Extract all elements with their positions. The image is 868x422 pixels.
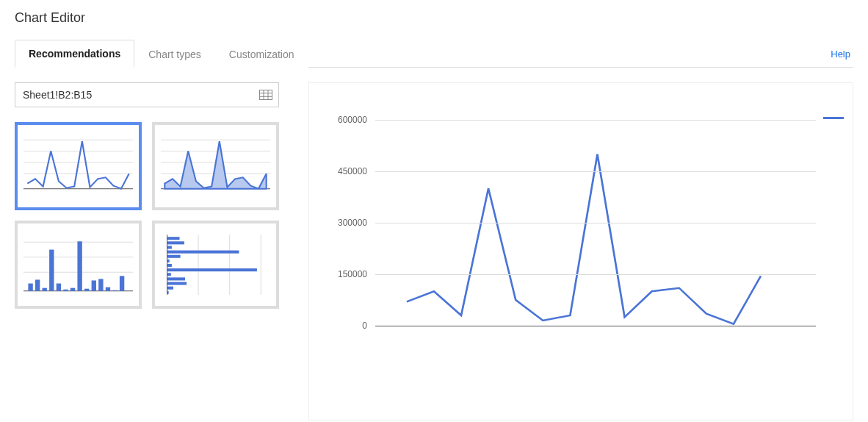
y-tick-label: 600000 — [338, 115, 367, 125]
grid-select-icon[interactable] — [259, 90, 272, 100]
page-title: Chart Editor — [15, 10, 853, 26]
chart-gridline — [375, 326, 816, 326]
y-tick-label: 300000 — [338, 218, 367, 228]
data-range-input[interactable] — [23, 89, 259, 101]
chart-thumb-line[interactable] — [15, 122, 142, 210]
svg-rect-20 — [28, 284, 32, 291]
chart-preview: 0150000300000450000600000 — [308, 82, 853, 421]
range-input-wrap[interactable] — [15, 82, 279, 107]
chart-gridline — [375, 223, 816, 223]
svg-rect-28 — [84, 289, 89, 291]
svg-rect-32 — [112, 290, 117, 291]
y-tick-label: 450000 — [338, 166, 367, 176]
chart-gridline — [375, 274, 816, 275]
svg-rect-50 — [167, 291, 169, 294]
svg-rect-22 — [43, 288, 47, 291]
svg-rect-0 — [260, 90, 272, 100]
svg-rect-27 — [77, 241, 82, 290]
svg-rect-41 — [167, 251, 239, 254]
tab-chart-types[interactable]: Chart types — [134, 40, 215, 68]
chart-gridline — [375, 120, 816, 121]
y-tick-label: 0 — [362, 321, 367, 331]
svg-rect-44 — [167, 264, 172, 267]
svg-rect-49 — [167, 287, 174, 290]
svg-rect-24 — [57, 284, 61, 291]
chart-thumb-area[interactable] — [152, 122, 279, 210]
help-link[interactable]: Help — [828, 41, 853, 67]
svg-rect-45 — [167, 268, 257, 271]
svg-rect-29 — [92, 280, 96, 290]
svg-rect-42 — [167, 255, 181, 258]
y-tick-label: 150000 — [338, 269, 367, 279]
svg-rect-38 — [167, 237, 180, 240]
svg-rect-26 — [70, 288, 75, 291]
svg-rect-25 — [63, 290, 68, 291]
svg-rect-21 — [35, 279, 40, 290]
tab-bar: Recommendations Chart types Customizatio… — [15, 39, 853, 68]
tab-recommendations[interactable]: Recommendations — [15, 40, 134, 68]
chart-thumb-bar[interactable] — [152, 221, 279, 309]
chart-gridline — [375, 171, 816, 172]
svg-marker-15 — [164, 141, 266, 188]
svg-rect-31 — [106, 287, 110, 291]
chart-series-line — [407, 154, 761, 324]
svg-rect-23 — [49, 250, 54, 291]
chart-thumb-column[interactable] — [15, 221, 142, 309]
svg-rect-30 — [98, 279, 103, 290]
tab-customization[interactable]: Customization — [215, 40, 308, 68]
svg-rect-39 — [167, 241, 184, 244]
svg-rect-47 — [167, 277, 185, 280]
svg-rect-43 — [167, 260, 170, 262]
legend-series-line — [823, 117, 844, 119]
svg-rect-33 — [120, 276, 124, 290]
svg-rect-46 — [167, 273, 171, 276]
svg-rect-40 — [167, 246, 172, 248]
svg-rect-48 — [167, 282, 187, 285]
